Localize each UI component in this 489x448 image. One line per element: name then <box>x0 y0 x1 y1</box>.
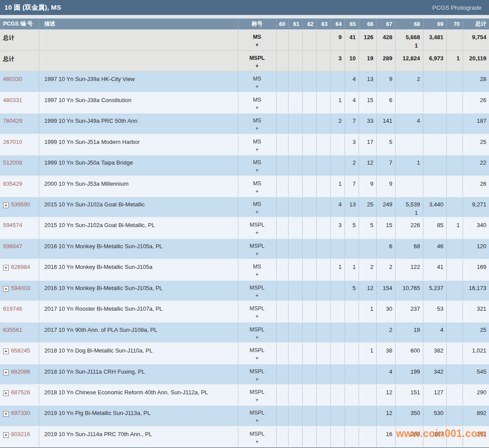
grade-70-cell <box>446 176 463 197</box>
grade-64-cell <box>330 426 345 447</box>
pcgs-number-link[interactable]: 687526 <box>11 389 30 396</box>
grade-70-cell <box>446 71 463 92</box>
pcgs-number-link[interactable]: 594574 <box>3 222 22 228</box>
pcgs-number-link[interactable]: 626984 <box>11 264 30 270</box>
table-row: 5120081999 10 Yn Sun-J50a Taipa BridgeMS… <box>0 155 489 176</box>
total-cell: 16,173 <box>463 280 489 301</box>
grade-67-cell: 30 <box>376 301 395 322</box>
grade-61-cell <box>288 134 302 155</box>
grade-62-cell <box>302 51 316 71</box>
expand-icon[interactable]: + <box>3 411 9 417</box>
grade-64-cell <box>330 239 345 259</box>
grade-70-cell <box>446 197 463 217</box>
plus-label: + <box>238 188 276 195</box>
grade-66-cell: 17 <box>359 134 376 155</box>
expand-icon[interactable]: + <box>3 286 9 292</box>
description-cell: 1997 10 Yn Sun-J39a HK-City View <box>39 71 238 92</box>
grade-60-cell <box>276 322 288 343</box>
grade-70-cell <box>446 239 463 259</box>
expand-icon[interactable]: + <box>3 349 9 354</box>
designation-cell: MS+ <box>238 71 276 92</box>
pcgs-number-link[interactable]: 267010 <box>3 139 22 145</box>
grade-67-cell: 9 <box>376 176 395 197</box>
grade-68-cell <box>395 92 423 113</box>
expand-icon[interactable]: + <box>3 432 9 438</box>
designation-cell: MSPL+ <box>238 405 276 426</box>
grade-63-cell <box>316 197 330 217</box>
grade-65-cell: 4 <box>345 92 359 113</box>
grade-66-cell <box>359 426 376 447</box>
plus-label: + <box>238 125 276 132</box>
grade-count: 382 <box>423 347 444 354</box>
pcgs-number-cell: 835429 <box>0 176 39 197</box>
table-row: +5940032016 10 Yn Monkey Bi-Metallic Sun… <box>0 280 489 301</box>
grade-69-cell: 53 <box>423 301 446 322</box>
grade-count: 19 <box>396 327 420 333</box>
grade-63-cell <box>316 113 330 134</box>
grade-66-cell: 1 <box>359 301 376 322</box>
grade-61-cell <box>288 322 302 343</box>
pcgs-number-link[interactable]: 658245 <box>11 347 30 354</box>
col-header-designation: 称号 <box>238 18 276 30</box>
grade-62-cell <box>302 385 316 405</box>
grade-61-cell <box>288 155 302 176</box>
grade-67-cell: 6 <box>376 239 395 259</box>
expand-icon[interactable]: + <box>3 390 9 396</box>
grade-69-cell: 6,973 <box>423 51 446 71</box>
pcgs-number-link[interactable]: 697330 <box>11 410 30 416</box>
description-cell: 2016 10 Yn Monkey Bi-Metallic Sun-J105a <box>39 259 238 280</box>
pcgs-number-link[interactable]: 480331 <box>3 97 22 103</box>
pcgs-number-link[interactable]: 803216 <box>11 431 30 437</box>
total-cell: 26 <box>463 176 489 197</box>
plus-label: + <box>238 84 276 90</box>
grade-68-cell: 1 <box>395 155 423 176</box>
photograde-link[interactable]: PCGS Photograde <box>432 4 482 11</box>
grade-61-cell <box>288 92 302 113</box>
grade-60-cell <box>276 364 288 385</box>
pcgs-number-link[interactable]: 760429 <box>3 118 22 124</box>
pcgs-number-link[interactable]: 594003 <box>11 285 30 291</box>
pcgs-number-link[interactable]: 619746 <box>3 305 22 312</box>
grade-61-cell <box>288 71 302 92</box>
table-row: 5968472016 10 Yn Monkey Bi-Metallic Sun-… <box>0 239 489 259</box>
grade-count: 46 <box>423 243 444 250</box>
grade-69-cell: 127 <box>423 385 446 405</box>
grade-61-cell <box>288 197 302 217</box>
pcgs-number-link[interactable]: 596847 <box>3 243 22 250</box>
description-cell: 2016 10 Yn Monkey Bi-Metallic Sun-J105a,… <box>39 280 238 301</box>
grade-count: 5,237 <box>423 285 444 291</box>
total-cell: 25 <box>463 322 489 343</box>
pcgs-number-link[interactable]: 835429 <box>3 180 22 187</box>
grade-count: 4 <box>377 368 393 375</box>
pcgs-number-cell: 267010 <box>0 134 39 155</box>
expand-icon[interactable]: + <box>3 370 9 375</box>
col-header-grade-67: 67 <box>376 18 395 30</box>
plus-label: + <box>238 105 276 111</box>
designation-label: MSPL <box>238 55 276 61</box>
grade-62-cell <box>302 301 316 322</box>
grade-66-cell <box>359 405 376 426</box>
pcgs-number-link[interactable]: 635561 <box>3 327 22 333</box>
table-row: +8032162019 10 Yn Sun-J114a PRC 70th Ann… <box>0 426 489 447</box>
expand-icon[interactable]: + <box>3 265 9 271</box>
grade-count: 2 <box>359 264 374 270</box>
grade-count: 151 <box>396 389 420 396</box>
grade-count: 6 <box>377 97 393 103</box>
pcgs-number-link[interactable]: 512008 <box>3 159 22 166</box>
grade-70-cell: 1 <box>446 51 463 71</box>
plus-label: + <box>238 42 276 48</box>
grade-count: 41 <box>345 34 356 40</box>
grade-60-cell <box>276 176 288 197</box>
grade-63-cell <box>316 280 330 301</box>
pcgs-number-link[interactable]: 539590 <box>11 201 30 208</box>
grade-count: 7 <box>345 118 356 124</box>
designation-cell: MS+ <box>238 259 276 280</box>
designation-label: MS <box>238 264 276 270</box>
grade-65-cell: 7 <box>345 176 359 197</box>
designation-label: MSPL <box>238 410 276 416</box>
pcgs-number-link[interactable]: 682096 <box>11 368 30 375</box>
plus-label: + <box>238 63 276 69</box>
expand-icon[interactable]: + <box>3 202 9 208</box>
grade-68-cell <box>395 176 423 197</box>
pcgs-number-link[interactable]: 480330 <box>3 76 22 82</box>
